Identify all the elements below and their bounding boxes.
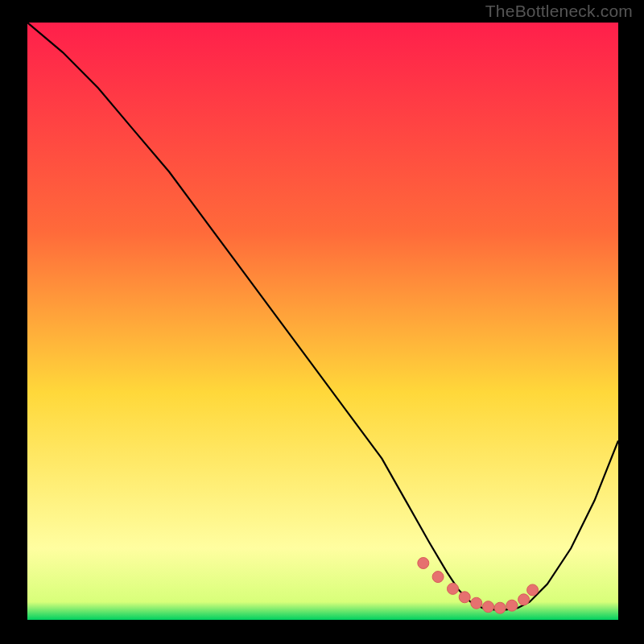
marker-dot (518, 594, 530, 605)
marker-dot (418, 558, 429, 569)
marker-dot (432, 572, 444, 583)
marker-dot (494, 602, 506, 613)
chart-svg (27, 23, 618, 620)
marker-dot (527, 584, 539, 596)
chart-frame: TheBottleneck.com (0, 0, 644, 644)
gradient-background (27, 23, 618, 620)
marker-dot (471, 597, 482, 609)
marker-dot (483, 601, 494, 613)
marker-dot (459, 592, 470, 603)
chart-plot-area (27, 23, 618, 620)
watermark-text: TheBottleneck.com (485, 2, 633, 21)
marker-dot (506, 600, 518, 611)
marker-dot (448, 583, 459, 594)
